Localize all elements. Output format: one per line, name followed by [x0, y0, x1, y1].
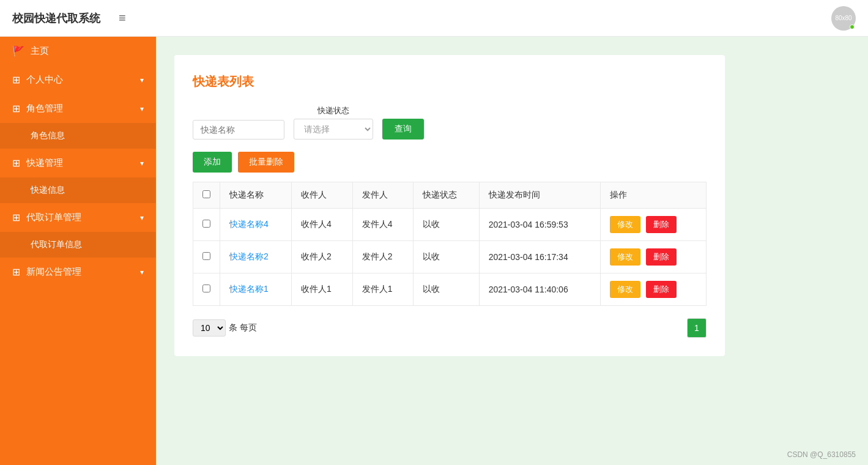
row-time: 2021-03-04 11:40:06	[479, 273, 601, 306]
grid-icon-personal: ⊞	[12, 74, 20, 86]
app-title: 校园快递代取系统	[12, 11, 100, 26]
sidebar-item-role-info[interactable]: 角色信息	[0, 123, 156, 149]
delete-button[interactable]: 删除	[646, 216, 677, 233]
row-checkbox[interactable]	[202, 252, 210, 260]
row-actions: 修改 删除	[601, 273, 707, 306]
row-actions: 修改 删除	[601, 241, 707, 273]
edit-button[interactable]: 修改	[610, 281, 640, 298]
row-receiver: 收件人2	[291, 241, 352, 273]
sidebar-item-express-info[interactable]: 快递信息	[0, 177, 156, 203]
search-bar: 快递状态 请选择 以收 待取 已取 查询	[193, 105, 707, 140]
row-time: 2021-03-04 16:59:53	[479, 209, 601, 241]
avatar-label: 80x80	[835, 15, 851, 21]
menu-toggle-icon[interactable]: ≡	[119, 11, 126, 25]
sidebar-label-express-info: 快递信息	[31, 185, 65, 196]
sidebar-label-order-mgmt: 代取订单管理	[26, 212, 81, 223]
edit-button[interactable]: 修改	[610, 216, 640, 233]
sidebar-label-role-info: 角色信息	[31, 130, 65, 141]
table-row: 快递名称1 收件人1 发件人1 以收 2021-03-04 11:40:06 修…	[193, 273, 707, 306]
th-receiver: 收件人	[291, 182, 352, 209]
row-name: 快递名称2	[220, 241, 292, 273]
table-row: 快递名称2 收件人2 发件人2 以收 2021-03-04 16:17:34 修…	[193, 241, 707, 273]
status-select[interactable]: 请选择 以收 待取 已取	[294, 119, 373, 140]
delete-button[interactable]: 删除	[646, 248, 677, 266]
search-name-input[interactable]	[193, 120, 284, 140]
row-checkbox-cell	[193, 209, 220, 241]
table-header-row: 快递名称 收件人 发件人 快递状态 快递发布时间 操作	[193, 182, 707, 209]
status-label: 快递状态	[294, 105, 373, 116]
row-status: 以收	[414, 273, 479, 306]
sidebar-label-order-info: 代取订单信息	[31, 239, 82, 250]
chevron-down-icon-role: ▾	[140, 105, 144, 113]
footer-watermark: CSDN @Q_6310855	[787, 450, 856, 459]
sidebar-item-express-mgmt[interactable]: ⊞ 快递管理 ▾	[0, 149, 156, 177]
edit-button[interactable]: 修改	[610, 248, 640, 266]
chevron-down-icon-news: ▾	[140, 268, 144, 277]
grid-icon-order: ⊞	[12, 212, 20, 223]
per-page-label: 条 每页	[229, 322, 257, 333]
row-sender: 发件人2	[352, 241, 414, 273]
query-button[interactable]: 查询	[382, 119, 424, 140]
pagination-buttons: 1	[687, 318, 707, 338]
grid-icon-role: ⊞	[12, 103, 20, 114]
sidebar: 🚩 主页 ⊞ 个人中心 ▾ ⊞ 角色管理 ▾ 角色信息 ⊞ 快递管理 ▾ 快递信…	[0, 37, 156, 465]
row-receiver: 收件人4	[291, 209, 352, 241]
chevron-down-icon-personal: ▾	[140, 76, 144, 84]
row-name-link[interactable]: 快递名称4	[229, 219, 269, 229]
row-checkbox[interactable]	[202, 220, 210, 228]
row-name: 快递名称4	[220, 209, 292, 241]
page-1-button[interactable]: 1	[687, 318, 707, 338]
sidebar-item-home[interactable]: 🚩 主页	[0, 37, 156, 65]
table-body: 快递名称4 收件人4 发件人4 以收 2021-03-04 16:59:53 修…	[193, 209, 707, 306]
sidebar-item-role-mgmt[interactable]: ⊞ 角色管理 ▾	[0, 94, 156, 123]
batch-delete-button[interactable]: 批量删除	[238, 152, 294, 173]
sidebar-label-personal: 个人中心	[26, 74, 63, 86]
sidebar-item-order-mgmt[interactable]: ⊞ 代取订单管理 ▾	[0, 203, 156, 232]
th-time: 快递发布时间	[479, 182, 601, 209]
sidebar-item-news-mgmt[interactable]: ⊞ 新闻公告管理 ▾	[0, 258, 156, 286]
sidebar-label-express-mgmt: 快递管理	[26, 157, 63, 169]
add-button[interactable]: 添加	[193, 152, 232, 173]
th-checkbox	[193, 182, 220, 209]
grid-icon-news: ⊞	[12, 266, 20, 278]
row-status: 以收	[414, 209, 479, 241]
row-checkbox-cell	[193, 273, 220, 306]
select-all-checkbox[interactable]	[202, 190, 210, 198]
page-size-control: 10 20 50 条 每页	[193, 319, 257, 337]
chevron-down-icon-express: ▾	[140, 159, 144, 168]
row-receiver: 收件人1	[291, 273, 352, 306]
sidebar-item-order-info[interactable]: 代取订单信息	[0, 232, 156, 258]
main-layout: 🚩 主页 ⊞ 个人中心 ▾ ⊞ 角色管理 ▾ 角色信息 ⊞ 快递管理 ▾ 快递信…	[0, 37, 868, 465]
th-name: 快递名称	[220, 182, 292, 209]
data-table: 快递名称 收件人 发件人 快递状态 快递发布时间 操作 快递名称4 收件人4 发…	[193, 182, 707, 306]
sidebar-label-home: 主页	[31, 45, 49, 57]
flag-icon: 🚩	[12, 45, 24, 57]
header: 校园快递代取系统 ≡ 80x80	[0, 0, 868, 37]
search-status-field: 快递状态 请选择 以收 待取 已取	[294, 105, 373, 140]
main-card: 快递表列表 快递状态 请选择 以收 待取 已取 查询	[174, 55, 725, 356]
action-bar: 添加 批量删除	[193, 152, 707, 173]
page-size-select[interactable]: 10 20 50	[193, 319, 226, 337]
th-actions: 操作	[601, 182, 707, 209]
row-checkbox[interactable]	[202, 285, 210, 292]
sidebar-item-personal[interactable]: ⊞ 个人中心 ▾	[0, 65, 156, 94]
table-row: 快递名称4 收件人4 发件人4 以收 2021-03-04 16:59:53 修…	[193, 209, 707, 241]
row-name: 快递名称1	[220, 273, 292, 306]
row-name-link[interactable]: 快递名称2	[229, 251, 269, 261]
pagination-bar: 10 20 50 条 每页 1	[193, 318, 707, 338]
chevron-down-icon-order: ▾	[140, 214, 144, 222]
th-status: 快递状态	[414, 182, 479, 209]
content-area: 快递表列表 快递状态 请选择 以收 待取 已取 查询	[156, 37, 868, 465]
row-status: 以收	[414, 241, 479, 273]
search-name-field	[193, 120, 284, 140]
row-time: 2021-03-04 16:17:34	[479, 241, 601, 273]
row-name-link[interactable]: 快递名称1	[229, 284, 269, 294]
page-title: 快递表列表	[193, 73, 707, 90]
row-sender: 发件人4	[352, 209, 414, 241]
avatar[interactable]: 80x80	[831, 6, 856, 31]
avatar-status-dot	[850, 24, 855, 29]
row-checkbox-cell	[193, 241, 220, 273]
delete-button[interactable]: 删除	[646, 281, 677, 298]
row-actions: 修改 删除	[601, 209, 707, 241]
row-sender: 发件人1	[352, 273, 414, 306]
